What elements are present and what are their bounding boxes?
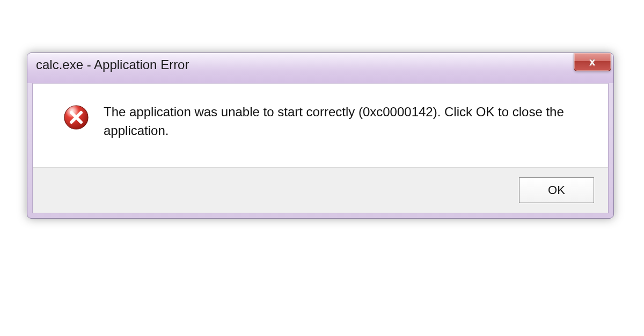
error-dialog: calc.exe - Application Error x [27, 53, 614, 219]
ok-button[interactable]: OK [519, 177, 594, 203]
dialog-frame: calc.exe - Application Error x [27, 53, 614, 219]
window-title: calc.exe - Application Error [36, 53, 189, 72]
dialog-content: The application was unable to start corr… [33, 84, 608, 167]
close-icon: x [589, 56, 596, 68]
titlebar[interactable]: calc.exe - Application Error x [27, 53, 613, 83]
close-button[interactable]: x [574, 53, 611, 71]
client-area: The application was unable to start corr… [32, 83, 609, 213]
dialog-footer: OK [33, 167, 608, 213]
error-message: The application was unable to start corr… [104, 103, 587, 140]
error-icon [63, 104, 90, 131]
